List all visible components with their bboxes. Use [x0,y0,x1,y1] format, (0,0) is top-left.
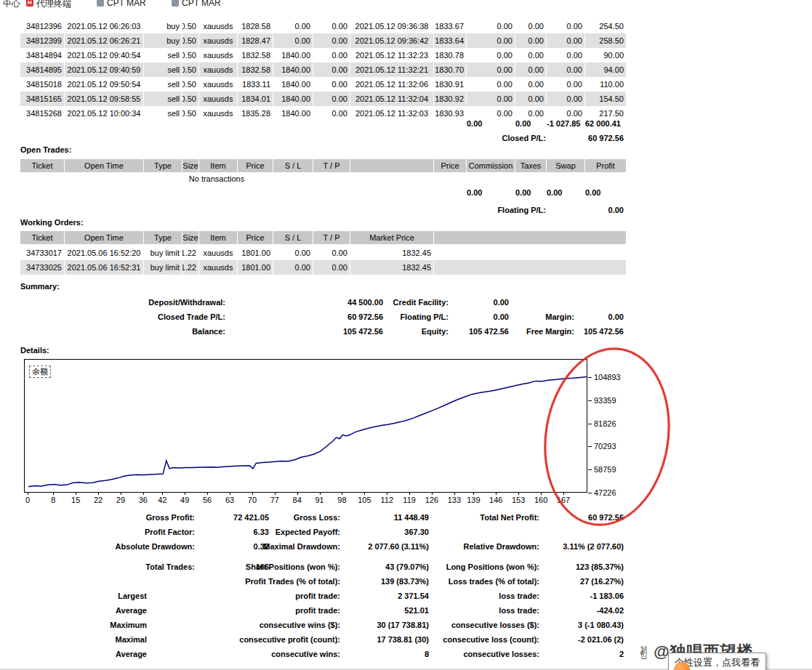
trade-cell: 0.00 [547,77,584,92]
column-header: T / P [313,231,350,244]
summary-value: 105 472.56 [449,324,509,339]
x-tick-label: 126 [422,496,441,504]
stat-label: consecutive profit (count): [269,632,340,647]
x-tick-label: 8 [44,496,63,504]
stat-value: 43 (79.07%) [340,560,429,574]
tab-center[interactable]: 中心 [3,0,20,9]
stat-value [195,603,269,618]
empty-cell [434,188,466,203]
x-tick-mark [162,493,163,495]
summary-label [509,295,574,310]
trade-cell: 0.50 [182,19,198,33]
trade-cell: xauusds [199,62,237,77]
trade-cell: 1833.64 [434,33,466,48]
trade-cell: 34812399 [20,33,64,48]
trade-cell: 2021.05.12 11:32:23 [350,48,433,62]
x-tick-mark [432,493,433,495]
order-cell: 1.22 [182,260,198,275]
stat-label: consecutive loss (count): [429,632,539,647]
trade-cell: 34812396 [20,19,64,33]
trade-cell: 2021.05.12 06:26:21 [65,33,143,48]
trade-cell: 1830.93 [434,106,466,121]
x-tick-mark [496,493,497,495]
trade-cell: 0.00 [547,106,584,121]
x-tick-label: 56 [198,496,217,504]
summary-value: 0.00 [574,310,624,324]
summary-value: 60 972.56 [225,310,383,324]
trade-cell: 0.00 [313,19,350,33]
summary-label: Equity: [383,324,449,339]
summary-title: Summary: [20,282,60,291]
open-trades-header: TicketOpen TimeTypeSizeItemPriceS / LT /… [20,159,626,172]
trade-cell: 34814894 [20,48,64,62]
victory-hand-icon: ✌ [637,643,651,663]
trade-cell: 1830.92 [434,92,466,106]
trade-cell: 1840.00 [273,62,313,77]
total-cell: 0.00 [467,188,515,203]
x-tick-mark [98,493,99,495]
x-tick-mark [143,493,144,495]
x-tick-mark [342,493,342,495]
x-tick-mark [297,493,298,495]
stat-label: consecutive wins: [269,647,340,661]
x-tick-mark [364,493,365,495]
trade-cell: 34815165 [20,92,64,106]
trade-cell: 2021.05.12 11:32:21 [350,62,433,77]
summary-value [574,295,624,310]
trade-cell: 2021.05.12 09:50:54 [65,77,143,92]
column-header: Price [238,231,273,244]
open-trades-totals-row: 0.000.000.000.00 [20,188,626,203]
column-header [350,159,433,172]
stat-label: Largest [20,589,195,603]
trade-cell: 2021.05.12 09:40:59 [65,62,143,77]
x-tick-mark [28,493,28,495]
tab-cpt-mar-1[interactable]: CPT MAR [107,0,146,8]
order-cell: 1801.00 [238,260,273,275]
x-tick-mark [275,493,276,495]
stat-value: -424.02 [539,603,624,618]
stat-label: Short Positions (won %): [269,560,340,574]
trade-cell: 34815018 [20,77,64,92]
stat-label: Total Net Profit: [429,510,539,525]
trade-cell: 2021.05.12 09:36:42 [350,33,433,48]
trade-cell: 2021.05.12 09:40:54 [65,48,143,62]
trade-cell: 0.00 [467,33,515,48]
trade-cell: 1840.00 [273,48,313,62]
trade-cell: 0.00 [467,48,515,62]
trade-cell: 2021.05.12 11:32:04 [350,92,433,106]
stat-value [195,589,269,603]
trade-cell: 0.00 [515,77,546,92]
x-tick-mark [207,493,208,495]
order-cell: 34733025 [20,260,64,275]
x-tick-label: 91 [310,496,329,504]
balance-curve [25,360,587,492]
stat-value: 2 [539,647,624,661]
summary-label: Closed Trade P/L: [20,310,225,324]
stat-value: 3.11% (2 077.60) [539,539,624,554]
stat-value: 11 448.49 [340,510,429,525]
stat-value: 30 (17 738.81) [340,618,429,632]
order-cell: 0.00 [313,260,350,275]
trade-cell: 1832.58 [238,62,273,77]
trade-cell: 1830.70 [434,62,466,77]
tab-agent-terminal[interactable]: 代理终端 [36,0,71,9]
column-header: Price [434,159,466,172]
column-header: Size [182,159,198,172]
stat-label: Profit Trades (% of total): [269,574,340,589]
x-tick-label: 119 [400,496,419,504]
order-cell: xauusds [199,260,237,275]
trade-cell: 2021.05.12 11:32:03 [350,106,433,121]
stat-label: Profit Factor: [20,525,195,539]
browser-tab-strip: 中心 H 代理终端 CPT MAR CPT MAR [0,0,812,9]
tab-cpt-mar-2[interactable]: CPT MAR [182,0,221,8]
stat-value: 6.33 [195,525,269,539]
stat-row: Largestprofit trade:2 371.54loss trade:-… [20,589,624,603]
trade-cell: 0.00 [273,19,313,33]
column-header: Commission [467,159,515,172]
column-header: Ticket [20,159,64,172]
summary-row: Closed Trade P/L:60 972.56Floating P/L:0… [20,310,624,324]
stat-value: -1 183.06 [539,589,624,603]
trade-cell: 154.50 [585,92,626,106]
trade-cell: 0.00 [313,77,350,92]
total-cell: 0.00 [547,188,584,203]
